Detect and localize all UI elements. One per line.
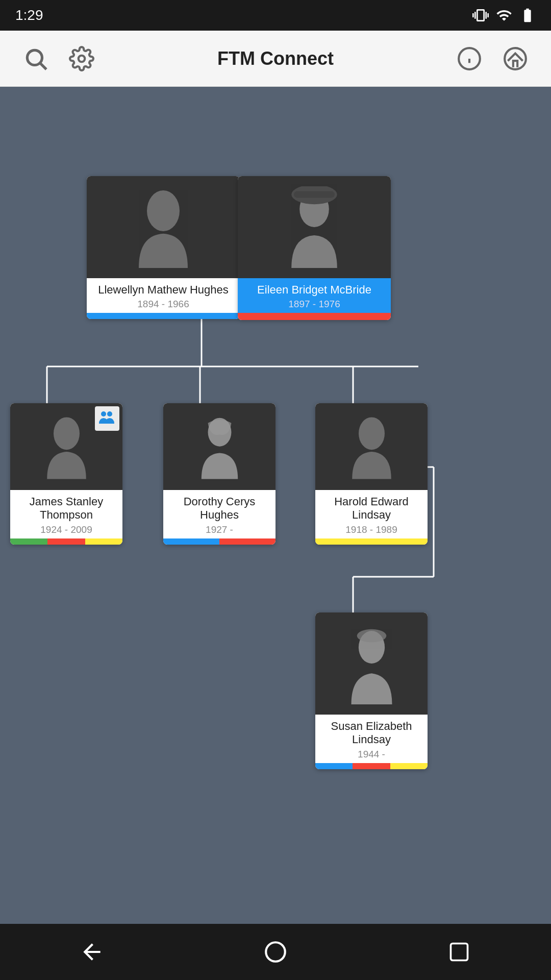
nav-back-button[interactable] [71,932,112,972]
top-bar-left [20,43,97,74]
svg-point-27 [359,418,385,450]
app-title: FTM Connect [217,48,334,69]
nav-recent-button[interactable] [439,932,480,972]
top-bar: FTM Connect [0,31,551,87]
harold-name: Harold Edward Lindsay [319,495,423,522]
james-name: James Stanley Thompson [14,495,118,522]
battery-icon [519,7,536,23]
search-button[interactable] [20,43,51,74]
susan-dates: 1944 - [319,749,423,760]
james-dates: 1924 - 2009 [14,524,118,535]
home-button[interactable] [500,43,531,74]
eileen-dates: 1897 - 1976 [242,299,387,310]
bottom-nav [0,924,551,980]
susan-name: Susan Elizabeth Lindsay [319,720,423,747]
svg-rect-21 [294,191,335,198]
person-card-james[interactable]: James Stanley Thompson 1924 - 2009 [10,403,122,545]
dorothy-dates: 1927 - [167,524,271,535]
llewellyn-name: Llewellyn Mathew Hughes [91,283,236,297]
llewellyn-dates: 1894 - 1966 [91,299,236,310]
info-button[interactable] [454,43,485,74]
svg-point-0 [27,50,42,65]
svg-point-6 [505,48,526,69]
svg-rect-31 [451,944,468,961]
svg-rect-23 [97,408,117,427]
status-icons [472,7,536,23]
tree-area: Llewellyn Mathew Hughes 1894 - 1966 Eile… [0,87,551,924]
nav-home-button[interactable] [255,932,296,972]
svg-point-22 [54,418,80,450]
status-bar: 1:29 [0,0,551,31]
wifi-icon [496,7,512,23]
vibrate-icon [472,7,489,23]
person-card-dorothy[interactable]: Dorothy Cerys Hughes 1927 - [163,403,276,545]
svg-point-18 [147,190,180,231]
svg-line-1 [40,63,46,69]
svg-point-24 [101,411,106,416]
settings-button[interactable] [66,43,97,74]
svg-point-29 [357,629,386,643]
expand-icon-james[interactable] [95,406,119,431]
person-card-llewellyn[interactable]: Llewellyn Mathew Hughes 1894 - 1966 [87,176,240,319]
svg-point-30 [266,942,285,962]
svg-point-25 [107,411,112,416]
svg-point-2 [79,55,85,62]
top-bar-right [454,43,531,74]
eileen-name: Eileen Bridget McBride [242,283,387,297]
person-card-harold[interactable]: Harold Edward Lindsay 1918 - 1989 [315,403,428,545]
person-card-susan[interactable]: Susan Elizabeth Lindsay 1944 - [315,612,428,769]
harold-dates: 1918 - 1989 [319,524,423,535]
person-card-eileen[interactable]: Eileen Bridget McBride 1897 - 1976 [238,176,391,320]
time: 1:29 [15,7,43,23]
dorothy-name: Dorothy Cerys Hughes [167,495,271,522]
